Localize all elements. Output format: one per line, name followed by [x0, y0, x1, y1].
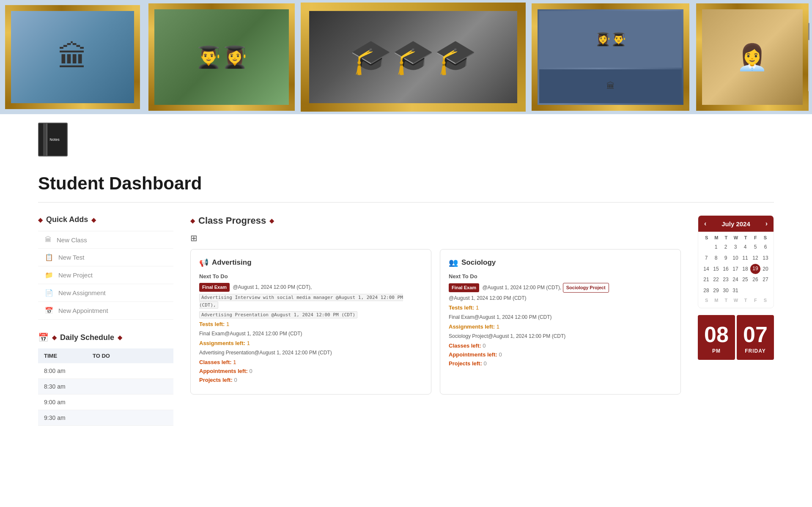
cal-cell-12[interactable]: 12: [750, 253, 760, 263]
cal-cell-16[interactable]: 16: [721, 264, 730, 274]
calendar-month-year: July 2024: [721, 220, 750, 227]
quick-add-new-class[interactable]: 🏛 New Class: [38, 231, 173, 249]
cal-cell-10[interactable]: 10: [731, 253, 740, 263]
cal-cell-6[interactable]: 6: [761, 242, 770, 252]
class-progress-header: ◆ Class Progress ◆: [190, 215, 681, 226]
advertising-classes-value: 1: [233, 359, 236, 365]
left-panel: ◆ Quick Adds ◆ 🏛 New Class 📋 New Test 📁 …: [38, 215, 173, 426]
advertising-icon: 📢: [199, 258, 208, 267]
new-assignment-icon: 📄: [45, 289, 53, 297]
clock-day: FRIDAY: [745, 348, 766, 354]
cal-cell-17[interactable]: 17: [731, 264, 740, 274]
sociology-badge-date: @August 1, 2024 12:00 PM (CDT),: [482, 285, 561, 290]
sociology-classes-left: Classes left: 0: [449, 343, 672, 349]
cal-cell-24[interactable]: 24: [731, 274, 740, 285]
sociology-classes-label: Classes left:: [449, 343, 481, 349]
calendar-prev-button[interactable]: ‹: [704, 220, 706, 227]
cal-day-w: W: [731, 235, 741, 240]
clock-hours: 08: [704, 323, 729, 345]
calendar-next-button[interactable]: ›: [765, 220, 768, 227]
advertising-label: Advertising: [212, 258, 252, 267]
daily-schedule-table: TIME TO DO 8:00 am8:30 am9:00 am9:30 am: [38, 348, 173, 426]
clock-period: PM: [712, 348, 721, 354]
grid-view-icon[interactable]: ⊞: [190, 233, 198, 243]
new-class-icon: 🏛: [45, 236, 52, 244]
cp-diamond-right: ◆: [269, 217, 274, 224]
sociology-exam-line: Final Exam@August 1, 2024 12:00 PM (CDT): [449, 313, 672, 321]
cal-cell-9[interactable]: 9: [721, 253, 730, 263]
cal-cell-14[interactable]: 14: [702, 264, 711, 274]
clock-hours-segment: 08 PM: [698, 315, 735, 360]
sociology-card: 👥 Sociology Next To Do Final Exam @Augus…: [440, 249, 681, 395]
daily-schedule-label: Daily Schedule: [60, 333, 114, 342]
advertising-appointments-label: Appointments left:: [199, 368, 248, 374]
advertising-badge-date: @August 1, 2024 12:00 PM (CDT),: [233, 284, 312, 290]
advertising-classes-left: Classes left: 1: [199, 359, 422, 365]
cal-cell-20[interactable]: 20: [761, 264, 770, 274]
cal-cell-23[interactable]: 23: [721, 274, 730, 285]
advertising-tests-label: Tests left:: [199, 321, 225, 327]
cal-cell-22[interactable]: 22: [711, 274, 721, 285]
cal-cell-31[interactable]: 31: [731, 285, 740, 296]
cal-cell-3[interactable]: 3: [731, 242, 740, 252]
right-panel: ‹ July 2024 › S M T W T F S 123456789101…: [698, 215, 774, 426]
sociology-assignments-left: Assignments left: 1: [449, 323, 672, 330]
cal-day-f: F: [751, 235, 760, 240]
cal-cell-28[interactable]: 28: [702, 285, 711, 296]
sociology-tests-label: Tests left:: [449, 304, 474, 311]
quick-add-new-test[interactable]: 📋 New Test: [38, 249, 173, 266]
schedule-time-2: 9:00 am: [38, 395, 87, 410]
advertising-interview-entry: Advertising Interview with social media …: [199, 293, 422, 309]
cal-cell-25[interactable]: 25: [741, 274, 750, 285]
cal-cell-empty: [750, 285, 760, 296]
schedule-todo-2: [87, 395, 173, 410]
cal-cell-27[interactable]: 27: [761, 274, 770, 285]
cal-cell-21[interactable]: 21: [702, 274, 711, 285]
quick-add-new-appointment[interactable]: 📅 New Appointment: [38, 302, 173, 320]
sociology-classes-value: 0: [483, 343, 486, 349]
quick-add-new-assignment[interactable]: 📄 New Assignment: [38, 284, 173, 302]
cal-cell-19[interactable]: 19: [750, 264, 760, 274]
advertising-final-exam-badge: Final Exam: [199, 283, 230, 292]
cal-cell-8[interactable]: 8: [711, 253, 721, 263]
cal-cell-29[interactable]: 29: [711, 285, 721, 296]
cal-cell-7[interactable]: 7: [702, 253, 711, 263]
sociology-projects-label: Projects left:: [449, 360, 482, 367]
cal-cell-empty: [702, 242, 711, 252]
sociology-title: 👥 Sociology: [449, 258, 672, 267]
sociology-assignment-line: Sociology Project@August 1, 2024 12:00 P…: [449, 332, 672, 340]
advertising-presentation-entry: Advertising Presentation @August 1, 2024…: [199, 311, 422, 319]
class-cards-grid: 📢 Advertising Next To Do Final Exam @Aug…: [190, 249, 681, 395]
time-column-header: TIME: [38, 348, 87, 363]
cal-cell-4[interactable]: 4: [741, 242, 750, 252]
cal-cell-15[interactable]: 15: [711, 264, 721, 274]
advertising-assignment-line: Advertising Presentation@August 1, 2024 …: [199, 349, 422, 356]
schedule-time-3: 9:30 am: [38, 410, 87, 426]
schedule-diamond-right: ◆: [118, 334, 122, 341]
cal-cell-26[interactable]: 26: [750, 274, 760, 285]
cal-cell-13[interactable]: 13: [761, 253, 770, 263]
cal-day-t2: T: [741, 235, 751, 240]
advertising-projects-label: Projects left:: [199, 377, 233, 383]
calendar-footer-days: SMTWTFS: [702, 298, 770, 303]
cal-cell-1[interactable]: 1: [711, 242, 721, 252]
cal-cell-18[interactable]: 18: [741, 264, 750, 274]
advertising-final-exam-entry: Final Exam @August 1, 2024 12:00 PM (CDT…: [199, 283, 422, 292]
advertising-assignments-label: Assignments left:: [199, 340, 245, 346]
cal-cell-5[interactable]: 5: [750, 242, 760, 252]
calendar-widget: ‹ July 2024 › S M T W T F S 123456789101…: [698, 215, 774, 308]
cal-cell-30[interactable]: 30: [721, 285, 730, 296]
cal-cell-11[interactable]: 11: [741, 253, 750, 263]
advertising-card: 📢 Advertising Next To Do Final Exam @Aug…: [190, 249, 431, 395]
sociology-appointments-value: 0: [499, 351, 502, 358]
new-appointment-icon: 📅: [45, 307, 53, 315]
cal-cell-2[interactable]: 2: [721, 242, 730, 252]
schedule-todo-0: [87, 363, 173, 379]
quick-add-new-project[interactable]: 📁 New Project: [38, 266, 173, 284]
diamond-right: ◆: [91, 217, 96, 223]
quick-adds-label: Quick Adds: [46, 215, 88, 224]
advertising-assignments-left: Assignments left: 1: [199, 340, 422, 346]
cal-day-t1: T: [721, 235, 731, 240]
schedule-diamond-left: ◆: [52, 334, 57, 341]
advertising-classes-label: Classes left:: [199, 359, 232, 365]
